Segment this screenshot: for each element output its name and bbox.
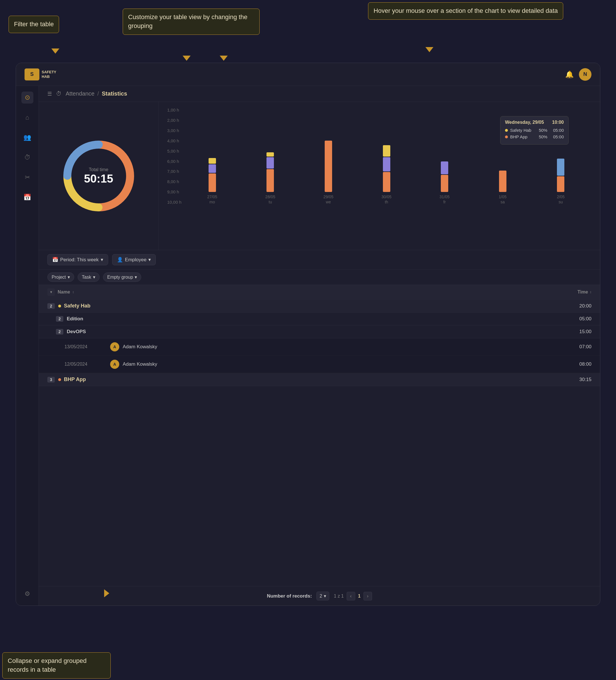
group-badge-1: 2 <box>47 303 55 309</box>
next-page-btn[interactable]: › <box>364 592 372 600</box>
group-time-1: 20:00 <box>563 303 591 309</box>
bar-seg-mon-1 <box>208 158 216 164</box>
bar-seg-tue-2 <box>267 157 274 169</box>
collapse-all-btn[interactable]: ▾ <box>47 288 55 296</box>
collapse-tooltip-arrow <box>104 589 109 597</box>
sidebar-item-logo[interactable]: ⊙ <box>21 91 33 104</box>
bar-seg-thu-1 <box>383 145 390 157</box>
subgroup-row-edition[interactable]: 2 Edition 05:00 <box>39 313 600 325</box>
sidebar-item-calendar[interactable]: 📅 <box>21 191 33 203</box>
bar-stack-thu <box>359 145 415 192</box>
subgroup-time-edition: 05:00 <box>563 316 591 322</box>
sidebar-item-team[interactable]: 👥 <box>21 132 33 143</box>
app-header: S SAFETY HAB 🔔 N <box>16 63 600 86</box>
bar-group-fri: 31/05fr <box>417 162 473 204</box>
sort-icon-time[interactable]: ↕ <box>590 290 591 294</box>
grouping-bar: Project ▾ Task ▾ Empty group ▾ <box>39 270 600 285</box>
employee-label: Employee <box>125 257 147 263</box>
user-avatar[interactable]: N <box>579 68 591 81</box>
sidebar-item-settings[interactable]: ⚙ <box>21 588 33 600</box>
bar-label-wed: 29/05we <box>323 194 333 204</box>
grouping-tooltip-text: Customize your table view by changing th… <box>128 13 247 29</box>
page-navigation: 1 z 1 ‹ 1 › <box>334 592 372 600</box>
subgroup-name-devops: DevOPS <box>67 329 563 335</box>
employee-filter[interactable]: 👤 Employee ▾ <box>112 254 156 265</box>
y-label-6: 6,00 h <box>167 159 183 164</box>
group-chip-empty[interactable]: Empty group ▾ <box>103 273 141 282</box>
task-chip-label: Task <box>82 275 91 280</box>
tooltip-dot-2 <box>505 136 508 138</box>
group-dot-1 <box>58 305 61 308</box>
subgroup-time-devops: 15:00 <box>563 329 591 335</box>
avatar-letter-1: A <box>113 345 116 349</box>
controls-bar: 📅 Period: This week ▾ 👤 Employee ▾ <box>39 250 600 270</box>
period-label: Period: This week <box>60 257 99 263</box>
data-date-1: 13/05/2024 <box>64 344 110 349</box>
logo-text: SAFETY HAB <box>41 70 56 79</box>
table-section: ▾ Name ↕ Time ↕ 2 Safety Hab 20:00 <box>39 285 600 586</box>
bell-icon[interactable]: 🔔 <box>565 70 574 79</box>
data-time-2: 08:00 <box>563 361 591 367</box>
chart-tooltip-text: Hover your mouse over a section of the c… <box>373 7 558 14</box>
logo-letter: S <box>30 71 34 77</box>
tooltip-row-1: Safety Hab 50% 05:00 <box>505 128 564 133</box>
subgroup-row-devops[interactable]: 2 DevOPS 15:00 <box>39 325 600 338</box>
data-date-2: 12/05/2024 <box>64 362 110 367</box>
y-label-8: 8,00 h <box>167 179 183 184</box>
project-chip-label: Project <box>52 275 66 280</box>
main-content: ☰ ⏱ Attendance / Statistics <box>39 86 600 605</box>
avatar-letter: N <box>584 71 587 77</box>
tooltip-row-2: BHP App 50% 05:00 <box>505 134 564 139</box>
app-window: S SAFETY HAB 🔔 N ⊙ ⌂ 👥 ⏱ ✂ 📅 ⚙ <box>16 63 600 606</box>
y-label-3: 3,00 h <box>167 128 183 133</box>
chevron-down-icon-5: ▾ <box>135 275 137 280</box>
group-badge-2: 3 <box>47 377 55 382</box>
prev-page-btn[interactable]: ‹ <box>347 592 355 600</box>
calendar-icon: 📅 <box>52 257 58 263</box>
bar-group-wed[interactable]: 29/05we <box>301 141 356 204</box>
donut-label: Total time <box>84 167 113 172</box>
subgroup-badge-devops: 2 <box>56 329 63 335</box>
grouping-tooltip-arrow2 <box>220 56 228 61</box>
bar-group-tue: 28/05tu <box>243 152 299 204</box>
period-filter[interactable]: 📅 Period: This week ▾ <box>47 254 108 265</box>
tooltip-label-2: BHP App <box>510 134 528 139</box>
sidebar-item-tools[interactable]: ✂ <box>21 171 33 183</box>
breadcrumb-current: Statistics <box>102 90 127 97</box>
bar-seg-tue-3 <box>267 169 274 192</box>
donut-section: Total time 50:15 <box>39 102 159 250</box>
records-label: Number of records: <box>267 593 312 599</box>
y-label-9: 9,00 h <box>167 190 183 194</box>
bar-stack-sat <box>475 171 531 192</box>
group-row-safety-hab[interactable]: 2 Safety Hab 20:00 <box>39 300 600 313</box>
chart-tooltip-box: Hover your mouse over a section of the c… <box>368 2 563 20</box>
sidebar: ⊙ ⌂ 👥 ⏱ ✂ 📅 ⚙ <box>16 86 39 605</box>
tooltip-header: Wednesday, 29/05 10:00 <box>505 120 564 125</box>
donut-chart: Total time 50:15 <box>56 133 141 219</box>
col-name-header: Name ↕ <box>58 289 563 295</box>
group-name-1: Safety Hab <box>64 303 563 309</box>
group-time-2: 30:15 <box>563 377 591 382</box>
sort-icon-name[interactable]: ↕ <box>73 290 74 294</box>
chevron-down-icon-3: ▾ <box>67 275 70 280</box>
group-chip-project[interactable]: Project ▾ <box>47 273 74 282</box>
bar-stack-tue <box>243 152 299 192</box>
records-per-page-select[interactable]: 2 ▾ <box>316 592 329 600</box>
filter-tooltip-arrow <box>51 49 59 54</box>
tooltip-dot-1 <box>505 129 508 132</box>
avatar-letter-2: A <box>113 362 116 367</box>
chart-section: 10,00 h 9,00 h 8,00 h 7,00 h 6,00 h 5,00… <box>159 102 600 250</box>
tooltip-time: 10:00 <box>552 120 564 125</box>
group-chip-task[interactable]: Task ▾ <box>78 273 100 282</box>
group-row-bhp-app[interactable]: 3 BHP App 30:15 <box>39 373 600 386</box>
sidebar-item-home[interactable]: ⌂ <box>21 112 33 123</box>
table-row: 13/05/2024 A Adam Kowalsky 07:00 <box>39 338 600 356</box>
data-time-1: 07:00 <box>563 344 591 350</box>
breadcrumb-sep: / <box>97 90 99 97</box>
bar-seg-mon-2 <box>208 164 216 173</box>
bar-seg-fri-2 <box>441 175 448 192</box>
sidebar-item-timer[interactable]: ⏱ <box>21 151 33 164</box>
chevron-down-icon-4: ▾ <box>93 275 95 280</box>
table-footer: Number of records: 2 ▾ 1 z 1 ‹ 1 › <box>39 586 600 605</box>
tooltip-pct-2: 50% <box>539 134 547 139</box>
